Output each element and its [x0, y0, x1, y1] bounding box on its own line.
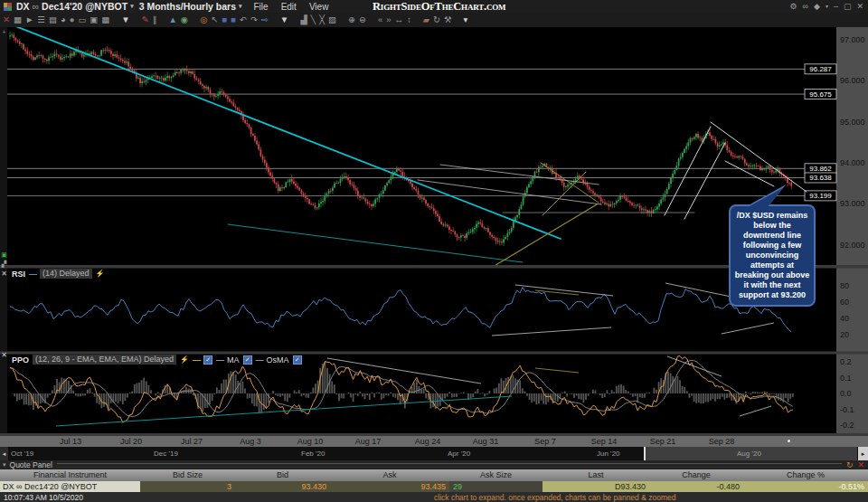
remove-icon[interactable]: ✕ — [3, 13, 10, 27]
quote-cell-last[interactable]: D93.430 — [542, 481, 649, 492]
print-icon[interactable]: ▤ — [49, 13, 57, 27]
date-tick: Aug 10 — [297, 437, 324, 446]
panel-blue2-icon[interactable]: ■ — [231, 13, 236, 27]
pin-dropdown-icon[interactable]: ▾ — [826, 0, 828, 13]
pie-icon[interactable]: ◕ — [61, 13, 66, 27]
sphere-icon[interactable]: ● — [70, 13, 75, 27]
layout-icon[interactable]: ▦ — [101, 13, 109, 27]
expand-horizontal-icon[interactable]: ↔ — [395, 13, 404, 27]
osma-swatch-icon: — — [256, 355, 263, 365]
expand-vertical-icon[interactable]: ↕ — [407, 13, 411, 27]
extend-right-icon[interactable]: » — [386, 13, 391, 27]
quote-cell-change[interactable]: -0.480 — [649, 481, 743, 492]
globe-icon[interactable]: ◉ — [181, 13, 188, 27]
svg-text:0.2: 0.2 — [840, 357, 852, 366]
edit-study-icon[interactable]: ⚡ — [180, 355, 189, 364]
tools-icon[interactable]: ⚒ — [444, 13, 452, 27]
link-icon[interactable]: ∞ — [803, 0, 808, 13]
hatch-icon[interactable]: ▨ — [328, 13, 336, 27]
quote-cell-ask_size[interactable]: 29 — [449, 481, 542, 492]
timeframe-label[interactable]: 3 Months/Hourly bars — [139, 1, 236, 12]
refresh-icon[interactable]: ↻ — [433, 13, 440, 27]
target-icon[interactable]: ◎ — [200, 13, 207, 27]
multi-line-tool-icon[interactable]: ╳ — [319, 13, 325, 27]
chart-menu-icon[interactable]: ▼ — [121, 13, 129, 27]
column-header[interactable]: Ask Size — [449, 469, 542, 481]
date-tick: Aug 24 — [415, 437, 441, 446]
watchlist-icon[interactable]: ☰ — [37, 13, 45, 27]
draw-arrow-icon[interactable]: ► — [25, 13, 33, 27]
column-header[interactable]: Change — [649, 469, 743, 481]
column-header[interactable]: Bid — [235, 469, 330, 481]
pattern-grid-icon[interactable]: ▦ — [14, 13, 22, 27]
levels-icon[interactable]: ∥ — [153, 13, 157, 27]
timeframe-dropdown-icon[interactable]: ▾ — [239, 3, 242, 10]
quote-cell-bid_size[interactable]: 3 — [140, 481, 235, 492]
osma-checkbox[interactable]: ✓ — [293, 355, 302, 365]
svg-text:97.000: 97.000 — [840, 35, 865, 44]
timeline-scrollbar[interactable]: ◂ ▸ Oct '19Dec '19Feb '20Apr '20Jun '20A… — [0, 447, 868, 460]
scroll-right-icon[interactable]: ▸ — [858, 447, 868, 460]
date-tick: Sep 14 — [591, 437, 618, 446]
date-tick: Sep 28 — [709, 437, 735, 446]
column-header[interactable]: Change % — [743, 469, 868, 481]
palette-icon[interactable]: ▰ — [423, 13, 429, 27]
edit-pencil-icon[interactable]: ✎ — [142, 13, 149, 27]
image-icon[interactable]: ▣ — [90, 13, 98, 27]
restore-icon[interactable]: ▢ — [844, 0, 852, 13]
pin-icon[interactable]: ◆ — [814, 0, 820, 13]
trendline-tool-icon[interactable]: ╲ — [311, 13, 316, 27]
app-icon — [4, 3, 12, 11]
column-header[interactable]: Last — [542, 469, 649, 481]
signal-icon[interactable]: ▲ — [168, 13, 176, 27]
rsi-panel-header: RSI — (14) Delayed ⚡ — [12, 269, 105, 279]
settings-gear-icon[interactable]: ⚙ — [789, 0, 797, 13]
menu-edit[interactable]: Edit — [281, 2, 297, 12]
date-tick: Jul 27 — [181, 437, 203, 446]
forward-arrow-icon[interactable]: ⇨ — [261, 13, 269, 27]
quote-panel-title: Quote Panel — [10, 460, 52, 469]
quote-cell-instrument[interactable]: DX ∞ Dec14'20 @NYBOT — [0, 481, 140, 492]
last-bar-marker — [788, 440, 790, 442]
extend-left-icon[interactable]: « — [378, 13, 382, 27]
panel-blue-icon[interactable]: ■ — [222, 13, 227, 27]
ppo-close-icon[interactable]: ✕ — [0, 352, 8, 359]
zoom-out-icon[interactable]: ⊖ — [359, 13, 366, 27]
menu-file[interactable]: File — [254, 2, 269, 12]
quote-cell-bid[interactable]: 93.430 — [235, 481, 330, 492]
quote-cell-change_pct[interactable]: -0.51% — [743, 481, 868, 492]
quote-cell-ask[interactable]: 93.435 — [330, 481, 449, 492]
ma-checkbox[interactable]: ✓ — [243, 355, 252, 365]
quote-row[interactable]: DX ∞ Dec14'20 @NYBOT393.43093.43529D93.4… — [0, 481, 868, 492]
close-panel-icon[interactable]: ✕ — [857, 460, 864, 469]
bar-chart-icon[interactable]: ▟ — [300, 13, 307, 27]
title-bar: DX ∞ Dec14'20 @NYBOT ▾ 3 Months/Hourly b… — [0, 0, 868, 13]
ppo-checkbox[interactable]: ✓ — [203, 355, 212, 365]
svg-text:-0.1: -0.1 — [840, 405, 854, 414]
collapse-icon[interactable]: ▾ — [3, 461, 6, 469]
zoom-in-icon[interactable]: ⊕ — [348, 13, 355, 27]
undo-icon[interactable]: ↶ — [240, 13, 247, 27]
navigator-month-label: Apr '20 — [448, 450, 470, 458]
folder-icon[interactable]: ▭ — [78, 13, 86, 27]
menu-view[interactable]: View — [309, 2, 329, 12]
refresh-icon[interactable]: ↻ — [846, 460, 854, 469]
cursor-icon[interactable]: ↖ — [211, 13, 218, 27]
ppo-panel-header: PPO (12, 26, 9 - EMA, EMA, EMA) Delayed … — [12, 355, 302, 365]
svg-text:93.862: 93.862 — [809, 165, 832, 173]
redo-icon[interactable]: ↷ — [250, 13, 258, 27]
date-tick: Jul 20 — [120, 437, 142, 446]
dropdown-icon[interactable]: ▼ — [280, 13, 288, 27]
close-icon[interactable]: ✕ — [856, 0, 863, 13]
column-header[interactable]: Financial Instrument — [0, 469, 140, 481]
more-dropdown-icon[interactable]: ▾ — [464, 13, 468, 27]
column-header[interactable]: Ask — [330, 469, 449, 481]
annotation-callout[interactable]: /DX $USD remains below the downtrend lin… — [729, 204, 816, 307]
edit-study-icon[interactable]: ⚡ — [96, 270, 105, 278]
scroll-left-icon[interactable]: ◂ — [0, 447, 8, 460]
column-header[interactable]: Bid Size — [140, 469, 235, 481]
contract-dropdown-icon[interactable]: ▾ — [130, 3, 134, 10]
rsi-close-icon[interactable]: ✕ — [0, 270, 8, 278]
minimize-icon[interactable]: – — [834, 0, 838, 13]
date-tick: Aug 3 — [240, 437, 261, 446]
